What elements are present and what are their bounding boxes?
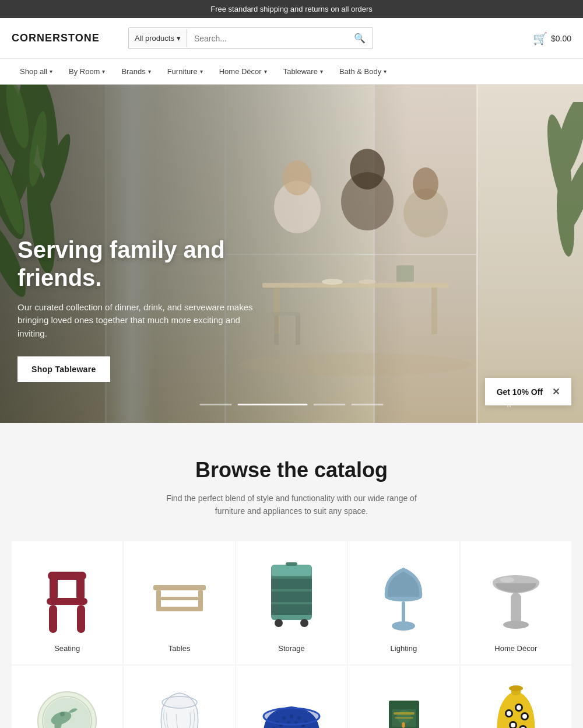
chevron-down-icon: ▾ <box>102 68 105 75</box>
svg-point-95 <box>402 722 405 728</box>
svg-point-67 <box>162 696 197 708</box>
carousel-dot-4[interactable] <box>352 404 384 405</box>
product-card-lighting[interactable]: Lighting <box>348 541 459 664</box>
svg-rect-41 <box>161 597 198 600</box>
search-category-dropdown[interactable]: All products ▾ <box>129 29 187 47</box>
search-category-label: All products <box>135 34 174 43</box>
glass-svg <box>150 686 209 728</box>
svg-rect-26 <box>396 265 414 282</box>
chevron-down-icon: ▾ <box>177 34 181 43</box>
cart-icon: 🛒 <box>533 32 547 46</box>
product-card-candle[interactable] <box>348 666 459 728</box>
cart-price: $0.00 <box>551 34 571 43</box>
svg-rect-47 <box>271 592 312 602</box>
nav-item-tableware[interactable]: Tableware ▾ <box>275 59 331 85</box>
product-grid-row1: Seating <box>12 541 571 664</box>
product-label-storage: Storage <box>278 644 305 653</box>
catalog-section: Browse the catalog Find the perfect blen… <box>0 423 583 728</box>
svg-rect-52 <box>286 562 297 566</box>
nav-item-homedecor[interactable]: Home Décor ▾ <box>211 59 275 85</box>
storage-svg <box>262 559 321 635</box>
chevron-down-icon: ▾ <box>320 68 323 75</box>
carousel-dot-3[interactable] <box>314 404 346 405</box>
nav-item-shopall[interactable]: Shop all ▾ <box>12 59 61 85</box>
search-input[interactable] <box>187 29 347 48</box>
svg-point-103 <box>511 723 515 727</box>
product-label-homedecor: Home Décor <box>494 644 537 653</box>
svg-rect-48 <box>271 604 312 615</box>
nav-item-bathandbody[interactable]: Bath & Body ▾ <box>331 59 395 85</box>
product-card-seating[interactable]: Seating <box>12 541 122 664</box>
logo[interactable]: CORNERSTONE <box>12 32 117 44</box>
svg-rect-57 <box>511 593 521 625</box>
carousel-dot-1[interactable] <box>200 404 232 405</box>
chevron-down-icon: ▾ <box>200 68 203 75</box>
svg-rect-35 <box>49 605 57 633</box>
svg-point-101 <box>522 714 527 719</box>
svg-point-58 <box>503 621 529 629</box>
svg-point-50 <box>275 619 283 627</box>
search-button[interactable]: 🔍 <box>347 28 373 48</box>
svg-point-24 <box>322 279 343 285</box>
product-card-homedecor[interactable]: Home Décor <box>461 541 571 664</box>
announcement-text: Free standard shipping and returns on al… <box>210 5 373 13</box>
main-nav: Shop all ▾ By Room ▾ Brands ▾ Furniture … <box>0 59 583 85</box>
search-icon: 🔍 <box>354 33 366 43</box>
svg-point-55 <box>392 621 415 631</box>
product-label-seating: Seating <box>54 644 80 653</box>
product-card-storage[interactable]: Storage <box>236 541 347 664</box>
product-image-glass <box>145 683 215 728</box>
product-grid-row2 <box>12 666 571 728</box>
svg-rect-90 <box>394 712 415 715</box>
hero-cta-button[interactable]: Shop Tableware <box>17 356 110 382</box>
hero-content: Serving family and friends. Our curated … <box>0 236 303 383</box>
nav-item-brands[interactable]: Brands ▾ <box>113 59 159 85</box>
plant-right-svg <box>501 102 583 394</box>
svg-point-99 <box>517 705 521 710</box>
product-image-bowl <box>257 683 326 728</box>
product-image-seating <box>32 559 102 635</box>
nav-item-furniture[interactable]: Furniture ▾ <box>159 59 211 85</box>
svg-rect-43 <box>271 576 312 579</box>
homedecor-svg <box>484 559 548 635</box>
catalog-title: Browse the catalog <box>12 458 571 482</box>
svg-rect-34 <box>48 572 86 580</box>
lighting-svg <box>377 559 430 635</box>
svg-rect-38 <box>159 607 200 611</box>
product-card-vase[interactable] <box>461 666 571 728</box>
svg-point-23 <box>413 167 438 200</box>
product-label-tables: Tables <box>168 644 191 653</box>
carousel-dot-2[interactable] <box>238 404 308 405</box>
product-label-lighting: Lighting <box>391 644 417 653</box>
product-image-plate <box>32 683 102 728</box>
svg-point-59 <box>500 577 514 583</box>
product-card-bowl[interactable] <box>236 666 347 728</box>
nav-item-byroom[interactable]: By Room ▾ <box>61 59 113 85</box>
hero-section: Serving family and friends. Our curated … <box>0 85 583 423</box>
header: CORNERSTONE All products ▾ 🔍 🛒 $0.00 <box>0 18 583 59</box>
product-card-glass[interactable] <box>124 666 234 728</box>
svg-point-111 <box>509 685 523 691</box>
svg-rect-91 <box>395 717 413 719</box>
chevron-down-icon: ▾ <box>384 68 387 75</box>
candle-svg <box>371 683 436 728</box>
cart-button[interactable]: 🛒 $0.00 <box>533 32 571 46</box>
announcement-bar: Free standard shipping and returns on al… <box>0 0 583 18</box>
svg-point-25 <box>359 279 376 284</box>
vase-svg <box>487 681 545 728</box>
svg-rect-49 <box>272 565 311 576</box>
chevron-down-icon: ▾ <box>148 68 151 75</box>
promo-close-button[interactable]: ✕ <box>552 386 560 397</box>
svg-rect-44 <box>271 589 312 592</box>
svg-rect-17 <box>431 288 437 334</box>
product-card-plate[interactable] <box>12 666 122 728</box>
chevron-down-icon: ▾ <box>50 68 52 75</box>
seating-svg <box>35 560 99 633</box>
svg-rect-37 <box>153 585 206 590</box>
svg-point-97 <box>507 711 511 716</box>
product-image-vase <box>481 683 551 728</box>
product-image-storage <box>257 559 326 635</box>
hero-subtitle: Our curated collection of dinner, drink,… <box>17 301 262 341</box>
svg-rect-39 <box>156 590 161 611</box>
product-card-tables[interactable]: Tables <box>124 541 234 664</box>
